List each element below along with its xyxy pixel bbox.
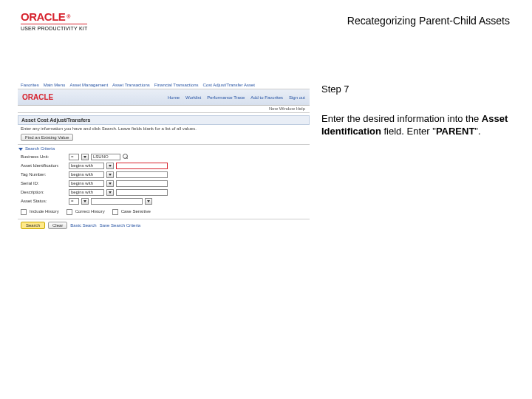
op-dd-icon[interactable]	[106, 180, 114, 187]
input-tag[interactable]	[116, 171, 168, 178]
status-dd-icon[interactable]	[145, 198, 152, 205]
instr-value: PARENT	[436, 126, 474, 137]
instr-seg-3: ".	[474, 126, 480, 137]
basic-search-link[interactable]: Basic Search	[70, 223, 96, 228]
breadcrumb: Favorites Main Menu Asset Management Ass…	[18, 81, 310, 89]
breadcrumb-item[interactable]: Cost Adjust/Transfer Asset	[202, 83, 254, 87]
instr-seg-1: Enter the desired information into the	[321, 113, 482, 124]
label-correct-history: Correct History	[75, 209, 105, 214]
save-criteria-link[interactable]: Save Search Criteria	[100, 223, 140, 228]
input-status[interactable]	[91, 198, 143, 205]
op-dd-icon[interactable]	[106, 171, 114, 178]
op-dd-icon[interactable]	[106, 189, 114, 196]
breadcrumb-item[interactable]: Asset Transactions	[112, 83, 150, 87]
op-dd-icon[interactable]	[81, 198, 89, 205]
sub-bar: New Window Help	[18, 106, 310, 113]
label-tag: Tag Number:	[21, 172, 66, 177]
checkbox-correct-history[interactable]	[66, 209, 72, 215]
op-dd-icon[interactable]	[106, 163, 114, 169]
label-asset-id: Asset Identification:	[21, 163, 66, 168]
nav-link-signout[interactable]: Sign out	[289, 95, 305, 100]
op-asset-id[interactable]: begins with	[69, 163, 104, 169]
instruction-text: Enter the desired information into the A…	[321, 112, 510, 138]
clear-button[interactable]: Clear	[48, 222, 67, 229]
label-business-unit: Business Unit:	[21, 154, 66, 159]
op-business-unit[interactable]: =	[69, 154, 79, 160]
lookup-icon[interactable]	[123, 154, 129, 160]
brand-underline	[21, 24, 87, 24]
step-label: Step 7	[321, 83, 510, 96]
panel-title: Asset Cost Adjust/Transfers	[18, 115, 310, 125]
panel-description: Enter any information you have and click…	[18, 125, 310, 132]
checkbox-include-history[interactable]	[21, 209, 27, 215]
brand-subline: USER PRODUCTIVITY KIT	[21, 26, 87, 31]
op-serial[interactable]: begins with	[69, 180, 104, 187]
oracle-logo: ORACLE ®	[21, 10, 87, 23]
label-description: Description:	[21, 190, 66, 194]
breadcrumb-item[interactable]: Asset Management	[69, 83, 108, 87]
op-status[interactable]: =	[69, 198, 79, 205]
search-form: Business Unit: = LSUNO Asset Identificat…	[18, 152, 310, 216]
find-existing-tab[interactable]: Find an Existing Value	[21, 134, 73, 141]
embedded-screenshot: Favorites Main Menu Asset Management Ass…	[18, 81, 310, 229]
section-search-criteria[interactable]: Search Criteria	[18, 146, 310, 152]
nav-link-favorites[interactable]: Add to Favorites	[250, 95, 283, 100]
search-button[interactable]: Search	[21, 222, 45, 229]
brand-text: ORACLE	[21, 10, 65, 23]
nav-link-worklist[interactable]: Worklist	[185, 95, 201, 100]
input-description[interactable]	[116, 189, 168, 196]
op-dd-icon[interactable]	[81, 154, 89, 160]
op-tag[interactable]: begins with	[69, 171, 104, 178]
label-status: Asset Status:	[21, 199, 66, 203]
breadcrumb-item[interactable]: Financial Transactions	[154, 83, 199, 87]
brand-block: ORACLE ® USER PRODUCTIVITY KIT	[21, 10, 87, 31]
sub-bar-links[interactable]: New Window Help	[269, 106, 305, 111]
instruction-panel: Step 7 Enter the desired information int…	[321, 83, 510, 138]
page-header: ORACLE ® USER PRODUCTIVITY KIT Recategor…	[0, 10, 532, 40]
checkbox-case-sensitive[interactable]	[112, 209, 118, 215]
nav-link-trace[interactable]: Performance Trace	[207, 95, 245, 100]
input-asset-id[interactable]	[116, 163, 168, 169]
app-bar-logo: ORACLE	[22, 93, 53, 101]
breadcrumb-item[interactable]: Favorites	[21, 83, 39, 87]
label-include-history: Include History	[30, 209, 59, 214]
registered-mark: ®	[66, 14, 70, 19]
input-business-unit[interactable]: LSUNO	[91, 154, 120, 160]
label-case-sensitive: Case Sensitive	[121, 209, 151, 214]
nav-link-home[interactable]: Home	[168, 95, 180, 100]
op-description[interactable]: begins with	[69, 189, 104, 196]
app-bar: ORACLE Home Worklist Performance Trace A…	[18, 89, 310, 106]
breadcrumb-item[interactable]: Main Menu	[44, 83, 66, 87]
page-title: Recategorizing Parent-Child Assets	[347, 15, 510, 27]
instr-seg-2: field. Enter "	[381, 126, 436, 137]
label-serial: Serial ID:	[21, 181, 66, 185]
input-serial[interactable]	[116, 180, 168, 187]
